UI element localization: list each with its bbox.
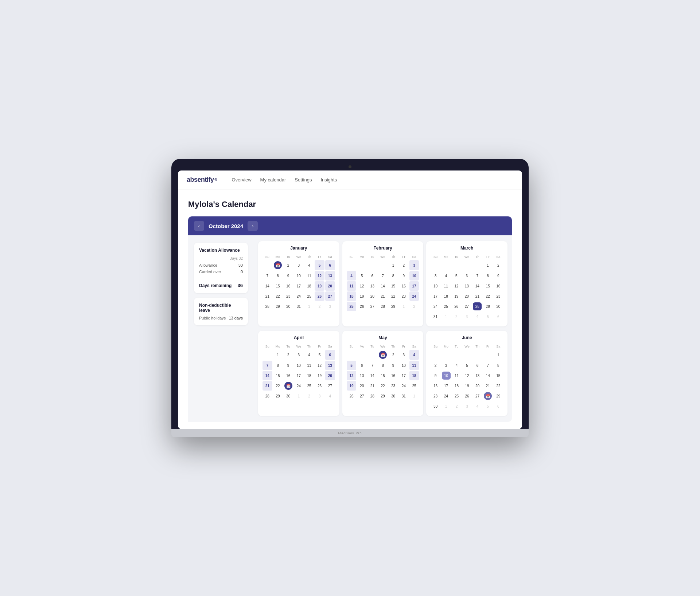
day-cell[interactable]: 11 <box>304 361 314 370</box>
day-cell[interactable]: 30 <box>493 302 503 311</box>
day-cell[interactable]: 31 <box>431 312 440 321</box>
day-cell[interactable]: 25 <box>452 391 462 401</box>
day-cell[interactable]: 12 <box>451 281 461 291</box>
day-cell[interactable]: 26 <box>451 302 461 311</box>
day-cell[interactable]: 28 <box>262 391 272 401</box>
day-cell[interactable]: 28 <box>378 302 388 311</box>
day-cell[interactable]: 27 <box>368 302 377 311</box>
day-cell[interactable]: 14 <box>262 371 272 380</box>
day-cell[interactable]: 22 <box>483 291 493 301</box>
day-cell[interactable]: 17 <box>409 281 419 291</box>
day-cell[interactable]: 9 <box>388 361 398 370</box>
day-cell[interactable]: 23 <box>431 391 440 401</box>
day-cell[interactable]: 22 <box>388 291 398 301</box>
day-cell[interactable]: 7 <box>472 271 482 281</box>
day-cell[interactable]: 4 <box>452 361 462 370</box>
day-cell[interactable]: 20 <box>357 381 367 391</box>
day-cell[interactable]: 7 <box>368 361 377 370</box>
day-cell[interactable]: 19 <box>315 371 324 380</box>
day-cell[interactable]: 30 <box>283 391 293 401</box>
nav-overview[interactable]: Overview <box>232 176 251 184</box>
day-cell[interactable]: 9 <box>493 271 503 281</box>
day-cell[interactable]: 27 <box>325 381 335 391</box>
day-cell[interactable]: 2 <box>493 260 503 270</box>
day-cell[interactable]: 14 <box>262 281 272 291</box>
next-month-button[interactable]: › <box>248 221 258 231</box>
day-cell[interactable]: 21 <box>262 381 272 391</box>
day-cell[interactable]: 28 <box>472 302 482 311</box>
day-cell[interactable]: 25 <box>304 381 314 391</box>
day-cell[interactable]: 29 <box>483 302 493 311</box>
day-cell[interactable]: 6 <box>357 361 367 370</box>
day-cell[interactable]: 2 <box>283 350 293 360</box>
day-cell[interactable]: 18 <box>347 291 357 301</box>
day-cell[interactable]: 29 <box>273 302 283 311</box>
day-cell[interactable]: 24 <box>409 291 419 301</box>
day-cell[interactable]: 24 <box>441 391 451 401</box>
day-cell[interactable]: 12 <box>315 271 324 281</box>
day-cell[interactable]: 16 <box>431 381 440 391</box>
day-cell[interactable]: 5 <box>315 350 324 360</box>
day-cell[interactable]: 25 <box>347 302 357 311</box>
day-cell[interactable]: 30 <box>283 302 293 311</box>
day-cell[interactable]: 11 <box>452 371 462 380</box>
day-cell[interactable]: 3 <box>431 271 440 281</box>
day-cell[interactable]: 13 <box>462 281 472 291</box>
day-cell[interactable]: 19 <box>315 281 324 291</box>
day-cell[interactable]: 4 <box>441 271 451 281</box>
day-cell[interactable]: 16 <box>283 371 293 380</box>
day-cell[interactable]: 24 <box>399 381 409 391</box>
day-cell[interactable]: 20 <box>472 381 482 391</box>
day-cell[interactable]: 3 <box>441 361 451 370</box>
day-cell[interactable]: 26 <box>357 302 367 311</box>
day-cell[interactable]: 13 <box>325 361 335 370</box>
day-cell[interactable]: 5 <box>462 361 472 370</box>
day-cell[interactable]: 21 <box>368 381 377 391</box>
day-cell[interactable]: 3 <box>294 350 304 360</box>
day-cell[interactable]: 23 <box>283 291 293 301</box>
day-cell[interactable]: 15 <box>483 281 493 291</box>
day-cell[interactable]: 18 <box>304 371 314 380</box>
day-cell[interactable]: 14 <box>472 281 482 291</box>
day-cell[interactable]: 2 <box>283 260 293 270</box>
day-cell[interactable]: 17 <box>294 371 304 380</box>
day-cell[interactable]: 10 <box>294 271 304 281</box>
day-cell[interactable]: 16 <box>283 281 293 291</box>
day-cell[interactable]: 11 <box>304 271 314 281</box>
day-cell[interactable]: 9 <box>283 361 293 370</box>
day-cell[interactable]: 6 <box>368 271 377 281</box>
day-cell[interactable]: 8 <box>273 361 283 370</box>
day-cell[interactable]: 19 <box>451 291 461 301</box>
day-cell[interactable]: 4 <box>304 260 314 270</box>
day-cell[interactable]: 13 <box>357 371 367 380</box>
day-cell[interactable]: 19 <box>347 381 357 391</box>
day-cell[interactable]: 20 <box>325 281 335 291</box>
day-cell[interactable]: 27 <box>325 291 335 301</box>
day-cell[interactable]: 7 <box>483 361 493 370</box>
day-cell[interactable]: 1 <box>493 350 503 360</box>
day-cell[interactable]: 19 <box>357 291 367 301</box>
day-cell[interactable]: 15 <box>388 281 398 291</box>
day-cell[interactable]: 31 <box>294 302 304 311</box>
day-cell[interactable]: 29 <box>273 391 283 401</box>
day-cell[interactable]: 8 <box>493 361 503 370</box>
day-cell[interactable]: 22 <box>493 381 503 391</box>
day-cell[interactable]: 10 <box>441 371 451 380</box>
day-cell[interactable]: 5 <box>315 260 324 270</box>
day-cell[interactable]: 26 <box>347 391 357 401</box>
day-cell[interactable]: 9 <box>399 271 409 281</box>
day-cell[interactable]: 8 <box>388 271 398 281</box>
day-cell[interactable]: 9 <box>283 271 293 281</box>
day-cell[interactable]: 18 <box>452 381 462 391</box>
day-cell[interactable]: 2 <box>431 361 440 370</box>
day-cell[interactable]: 27 <box>462 302 472 311</box>
day-cell[interactable]: 1 <box>483 260 493 270</box>
day-cell[interactable]: 24 <box>294 291 304 301</box>
day-cell[interactable]: 7 <box>262 271 272 281</box>
day-cell[interactable]: 15 <box>493 371 503 380</box>
day-cell[interactable]: 12 <box>315 361 324 370</box>
day-cell[interactable]: 1 <box>273 350 283 360</box>
day-cell[interactable]: 3 <box>399 350 409 360</box>
day-cell[interactable]: 15 <box>273 281 283 291</box>
day-cell[interactable]: 19 <box>462 381 472 391</box>
